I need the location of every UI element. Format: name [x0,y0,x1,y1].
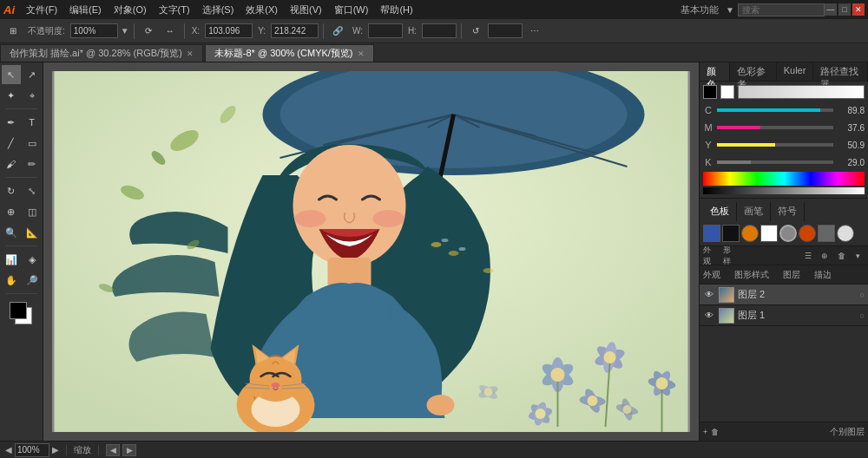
color-sliders-section: C 89.8 M 37.6 Y 50.9 K [700,82,868,199]
swatch-1[interactable] [703,225,720,242]
rotate-input[interactable] [488,23,523,38]
panel-opts-btn[interactable]: ☰ [801,249,815,263]
zoom-tool[interactable]: 🔎 [23,271,42,290]
paintbrush-tool[interactable]: 🖌 [2,154,21,173]
zoom-input[interactable] [15,443,49,457]
pathfinder-tab[interactable]: 路径查找器 [813,62,868,81]
minimize-button[interactable]: — [825,3,837,16]
opacity-input[interactable] [70,23,118,38]
appearance-btn[interactable]: 外观 [703,249,717,263]
menu-select[interactable]: 选择(S) [196,2,240,18]
direct-select-tool[interactable]: ↗ [23,65,42,84]
swatch-tab[interactable]: 色板 [703,202,737,221]
y-slider-track[interactable] [717,143,833,147]
m-slider-track[interactable] [717,126,833,129]
tool-row-1: ↖ ↗ [2,64,42,85]
swatch-8[interactable] [837,225,854,242]
sep3 [323,23,324,39]
measure-tool[interactable]: 📐 [23,223,42,242]
swatch-5[interactable] [779,225,797,242]
panel-collapse-btn[interactable]: ▾ [851,249,865,263]
lasso-tool[interactable]: ⌖ [23,86,42,105]
new-layer-btn[interactable]: + [703,428,707,436]
swatch-4[interactable] [760,225,778,242]
text-tool[interactable]: T [23,113,42,132]
y-input[interactable] [271,23,319,38]
tab-2-close[interactable]: ✕ [358,49,365,58]
foreground-color-box[interactable] [10,302,27,319]
anchor-button[interactable]: ⊞ [3,22,23,41]
layer-item-1[interactable]: 👁 图层 1 ○ [700,305,868,326]
menu-object[interactable]: 对象(O) [108,2,153,18]
bg-color-preview[interactable] [720,85,734,99]
link-btn[interactable]: 🔗 [328,22,347,41]
menu-help[interactable]: 帮助(H) [374,2,418,18]
layer-1-lock[interactable]: ○ [860,311,865,320]
gradient-tool[interactable]: ◫ [23,202,42,221]
next-btn[interactable]: ▶ [122,444,136,456]
rotate-btn[interactable]: ↺ [466,22,485,41]
brush-tab[interactable]: 画笔 [737,202,771,221]
c-slider-track[interactable] [717,108,833,112]
swatch-7[interactable] [818,225,835,242]
pencil-tool[interactable]: ✏ [23,154,42,173]
tab-1[interactable]: 创作策划 描绘.ai* @ 30.28% (RGB/预览) ✕ [0,44,203,62]
symbol-tab[interactable]: 符号 [771,202,805,221]
graphic-style-label: 图形样式 [734,269,769,281]
color-gradient-bar[interactable] [703,172,865,186]
line-tool[interactable]: ╱ [2,134,21,153]
swatch-3[interactable] [741,225,759,242]
menu-file[interactable]: 文件(F) [20,2,63,18]
magic-wand-tool[interactable]: ✦ [2,86,21,105]
layer-2-lock[interactable]: ○ [860,291,865,299]
color-bw-bar[interactable] [703,187,865,194]
tab-2[interactable]: 未标题-8* @ 300% (CMYK/预览) ✕ [205,44,374,62]
menu-effect[interactable]: 效果(X) [240,2,284,18]
rotate-tool[interactable]: ↻ [2,181,21,200]
prev-btn[interactable]: ◀ [106,444,120,456]
w-input[interactable] [368,23,403,38]
selection-tool[interactable]: ↖ [2,65,21,84]
panel-new-btn[interactable]: ⊕ [818,249,832,263]
eyedropper-tool[interactable]: 🔍 [2,223,21,242]
rect-tool[interactable]: ▭ [23,134,42,153]
graphic-styles-btn[interactable]: 图形样式 [723,249,737,263]
k-slider-track[interactable] [717,160,833,164]
hand-tool[interactable]: ✋ [2,271,21,290]
pen-tool[interactable]: ✒ [2,113,21,132]
layer-2-eye[interactable]: 👁 [703,289,715,301]
h-input[interactable] [422,23,457,38]
align-button[interactable]: ↔ [161,22,180,41]
close-button[interactable]: ✕ [852,3,865,16]
del-layer-btn[interactable]: 🗑 [711,428,719,436]
layer-item-2[interactable]: 👁 图层 2 ○ [700,285,868,305]
x-input[interactable] [205,23,253,38]
swatch-6[interactable] [799,225,816,242]
canvas-area[interactable] [43,62,699,441]
color-tab[interactable]: 颜色 [700,62,730,81]
color-ref-tab[interactable]: 色彩参考 [730,62,776,81]
panel-del-btn[interactable]: 🗑 [834,249,848,263]
tab-1-label: 创作策划 描绘.ai* @ 30.28% (RGB/预览) [10,47,182,60]
stroke-label: 描边 [814,269,832,281]
transform-button[interactable]: ⟳ [139,22,158,41]
menu-text[interactable]: 文字(T) [153,2,196,18]
search-input[interactable] [738,3,825,16]
bar-chart-tool[interactable]: 📊 [2,250,21,269]
color-mode-indicator [738,85,865,99]
menu-view[interactable]: 视图(V) [284,2,328,18]
menu-window[interactable]: 窗口(W) [328,2,375,18]
blend-tool[interactable]: ⊕ [2,202,21,221]
menu-edit[interactable]: 编辑(E) [63,2,108,18]
maximize-button[interactable]: □ [838,3,851,16]
tab-1-close[interactable]: ✕ [187,49,194,58]
toolbar: ⊞ 不透明度: ▼ ⟳ ↔ X: Y: 🔗 W: H: ↺ ⋯ [0,19,868,43]
color-boxes [6,300,37,326]
scale-tool[interactable]: ⤡ [23,181,42,200]
more-btn[interactable]: ⋯ [525,22,544,41]
kuler-tab[interactable]: Kuler [777,62,814,81]
swatch-2[interactable] [722,225,740,242]
fg-color-preview[interactable] [703,85,717,99]
slice-tool[interactable]: ◈ [23,250,42,269]
layer-1-eye[interactable]: 👁 [703,310,715,322]
